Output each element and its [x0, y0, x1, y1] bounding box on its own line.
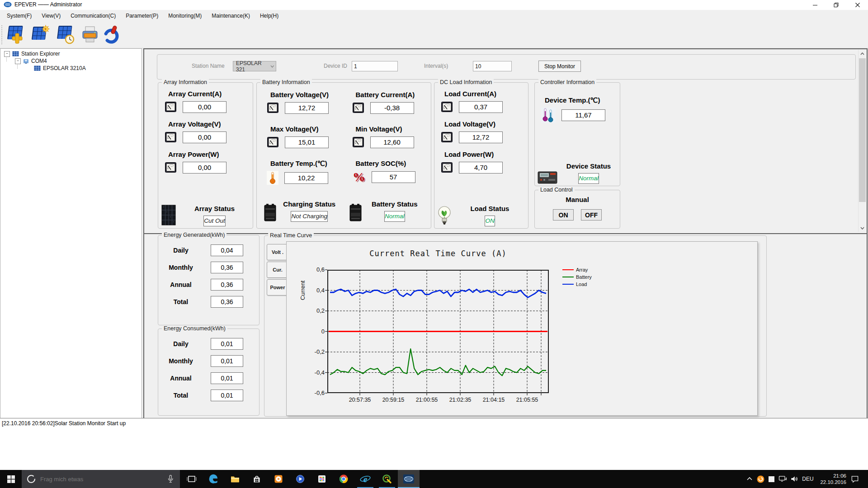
station-explorer-tree: − Station Explorer − COM4 EPSOLAR 3210A — [0, 48, 142, 419]
vertical-scrollbar[interactable] — [858, 50, 866, 232]
start-button[interactable] — [0, 470, 22, 488]
thermometer-icon — [267, 171, 278, 185]
stop-monitor-button[interactable]: Stop Monitor — [538, 61, 581, 72]
print-button[interactable] — [79, 23, 101, 46]
metric-battery-current-a: Battery Current(A)-0,38 — [346, 91, 428, 118]
solar-panel-icon — [161, 205, 176, 226]
menu-maintenance-k[interactable]: Maintenance(K) — [207, 11, 255, 21]
restore-button[interactable] — [826, 0, 847, 10]
interval-input[interactable] — [473, 61, 512, 71]
network-icon[interactable] — [777, 470, 788, 488]
scroll-up-arrow[interactable] — [859, 50, 866, 57]
series-battery — [330, 349, 546, 375]
taskbar-movies-app-app[interactable] — [289, 470, 311, 488]
x-tick-label: 21:05:55 — [511, 397, 543, 403]
chart-container: Current Real Time Curve (A) Current Arra… — [286, 241, 758, 416]
device-id-input[interactable] — [352, 61, 398, 71]
taskbar-edge-app[interactable] — [203, 470, 224, 488]
interval-label: Interval(s) — [424, 63, 448, 69]
action-center-icon[interactable] — [848, 470, 862, 488]
power-button[interactable] — [102, 23, 121, 46]
status-value: Normal — [384, 211, 405, 222]
taskbar-store-app[interactable] — [246, 470, 268, 488]
real-time-curve-group: Real Time Curve Volt .Cur.Power Current … — [264, 235, 767, 417]
microphone-icon[interactable] — [165, 474, 175, 484]
taskbar-internet-explorer-app[interactable]: e — [354, 470, 376, 488]
metric-label: Load Current(A) — [444, 90, 528, 98]
sun-glyph — [42, 25, 50, 33]
group-title: Energy Consumed(kWh) — [162, 325, 227, 332]
taskbar-epever-monitor-app[interactable] — [398, 470, 420, 488]
meter-icon — [441, 161, 453, 174]
tray-app-orange-icon[interactable] — [755, 470, 766, 488]
menu-communication-c[interactable]: Communication(C) — [66, 11, 121, 21]
search-input[interactable] — [39, 475, 165, 483]
metric-array-voltage-v: Array Voltage(V)0,00 — [158, 120, 253, 143]
metric-array-current-a: Array Current(A)0,00 — [158, 90, 253, 113]
value-box: 57 — [372, 171, 415, 183]
minimize-button[interactable] — [804, 0, 826, 10]
status-log: [22.10.2016 20:56:02]Solar Station Monit… — [0, 418, 868, 470]
metric-label: Min Voltage(V) — [356, 125, 428, 133]
menu-help-h[interactable]: Help(H) — [255, 11, 283, 21]
taskbar-task-view-button[interactable] — [181, 470, 203, 488]
energy-row-annual: Annual0,36 — [158, 279, 259, 291]
tree-node-epsolar-3210a[interactable]: EPSOLAR 3210A — [34, 65, 86, 72]
energy-label: Total — [158, 392, 203, 399]
menu-view-v[interactable]: View(V) — [37, 11, 66, 21]
clock[interactable]: 21:06 22.10.2016 — [816, 470, 846, 488]
status-charging-status: Charging StatusNot Charging — [260, 200, 342, 224]
tree-node-station-explorer[interactable]: − Station Explorer — [4, 50, 60, 57]
taskbar-solar-app-app[interactable] — [376, 470, 398, 488]
y-tick-label: 0 — [304, 328, 325, 335]
curve-tab-volt[interactable]: Volt . — [267, 244, 288, 260]
value-box: 0,37 — [459, 101, 503, 113]
curve-tab-cur[interactable]: Cur. — [267, 262, 288, 278]
station-config-button[interactable] — [29, 23, 51, 46]
metric-battery-voltage-v: Battery Voltage(V)12,72 — [260, 91, 342, 118]
toolbar-drag-handle[interactable] — [1, 25, 2, 44]
tree-label: Station Explorer — [21, 51, 60, 57]
menu-parameter-p[interactable]: Parameter(P) — [121, 11, 163, 21]
tray-app-window-icon[interactable] — [766, 470, 777, 488]
energy-label: Annual — [158, 281, 203, 288]
tree-node-com4[interactable]: − COM4 — [15, 57, 47, 65]
metric-array-power-w: Array Power(W)0,00 — [158, 150, 253, 174]
realtime-monitor-button[interactable] — [54, 23, 76, 46]
metric-device-temp: Device Temp.(℃)11,67 — [535, 96, 620, 123]
tree-label: COM4 — [31, 58, 47, 64]
station-name-dropdown[interactable]: EPSOLAR 321 — [233, 61, 276, 71]
search-box[interactable] — [22, 470, 180, 488]
value-box: -0,38 — [370, 102, 414, 114]
load-off-button[interactable]: OFF — [581, 209, 602, 221]
value-box: 4,70 — [459, 162, 503, 174]
status-label: Charging Status — [283, 200, 335, 208]
tray-chevron-icon[interactable] — [744, 470, 755, 488]
collapse-toggle-icon[interactable]: − — [4, 51, 10, 57]
taskbar-file-explorer-app[interactable] — [224, 470, 246, 488]
metric-battery-soc: Battery SOC(%)%%57 — [346, 160, 428, 189]
load-on-button[interactable]: ON — [553, 209, 574, 221]
chart-title: Current Real Time Curve (A) — [348, 249, 528, 258]
taskbar-media-player-app[interactable] — [268, 470, 289, 488]
scrollbar-thumb[interactable] — [859, 58, 866, 202]
legend-label: Battery — [576, 274, 592, 280]
collapse-toggle-icon[interactable]: − — [15, 58, 21, 64]
menu-monitoring-m[interactable]: Monitoring(M) — [163, 11, 207, 21]
energy-label: Monthly — [158, 357, 203, 365]
curve-tab-power[interactable]: Power — [267, 279, 288, 296]
energy-label: Daily — [158, 247, 203, 254]
taskbar-chrome-app[interactable] — [333, 470, 354, 488]
energy-label: Daily — [158, 340, 203, 347]
add-station-button[interactable] — [5, 23, 26, 46]
taskbar-apps-grid-app[interactable] — [311, 470, 333, 488]
y-tick-label: -0,4 — [304, 369, 325, 376]
scroll-down-arrow[interactable] — [859, 224, 866, 232]
volume-icon[interactable] — [788, 470, 800, 488]
status-value: Cut Out — [203, 216, 226, 226]
language-indicator[interactable]: DEU — [799, 470, 816, 488]
station-name-value: EPSOLAR 321 — [236, 60, 270, 73]
menu-system-f[interactable]: System(F) — [2, 11, 37, 21]
close-button[interactable] — [847, 0, 868, 10]
meter-icon — [267, 136, 279, 148]
